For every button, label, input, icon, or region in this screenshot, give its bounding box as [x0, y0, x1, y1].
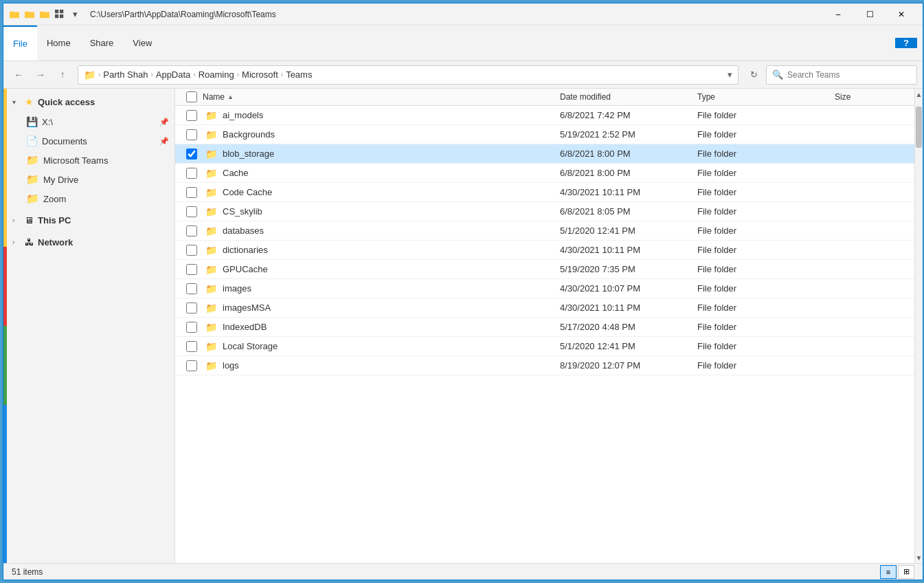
row-checkbox[interactable]: [186, 341, 197, 352]
row-checkbox[interactable]: [186, 129, 197, 140]
select-all-checkbox[interactable]: [186, 91, 197, 102]
table-row[interactable]: 📁 Backgrounds 5/19/2021 2:52 PM File fol…: [175, 125, 914, 144]
row-checkbox[interactable]: [186, 245, 197, 256]
row-checkbox[interactable]: [186, 148, 197, 160]
row-checkbox[interactable]: [186, 264, 197, 275]
network-expand-icon: ›: [12, 239, 21, 246]
address-dropdown-icon[interactable]: ▾: [728, 69, 732, 80]
sidebar-quick-access-header[interactable]: ▾ ★ Quick access: [7, 91, 174, 112]
table-row[interactable]: 📁 CS_skylib 6/8/2021 8:05 PM File folder: [175, 202, 914, 221]
file-date: 6/8/2021 7:42 PM: [560, 110, 697, 120]
back-button[interactable]: ←: [9, 65, 28, 85]
ribbon-tab-file[interactable]: File: [3, 25, 37, 60]
maximize-button[interactable]: ☐: [854, 3, 886, 25]
main-area: ▾ ★ Quick access 💾 X:\ 📌 📄 Documents 📌: [3, 89, 923, 563]
col-name-label: Name: [203, 92, 225, 102]
list-view-button[interactable]: ≡: [880, 565, 897, 579]
search-box[interactable]: 🔍: [766, 65, 917, 85]
file-name-text: imagesMSA: [223, 302, 271, 313]
row-checkbox[interactable]: [186, 110, 197, 121]
sidebar-item-documents[interactable]: 📄 Documents 📌: [7, 131, 174, 151]
table-row[interactable]: 📁 blob_storage 6/8/2021 8:00 PM File fol…: [175, 144, 914, 164]
sidebar-item-zoom-label: Zoom: [43, 194, 66, 204]
file-type: File folder: [697, 206, 835, 217]
folder-icon: 📁: [205, 110, 217, 121]
folder-icon: 📁: [205, 206, 217, 217]
row-checkbox[interactable]: [186, 168, 197, 179]
table-row[interactable]: 📁 GPUCache 5/19/2020 7:35 PM File folder: [175, 260, 914, 279]
row-checkbox[interactable]: [186, 322, 197, 333]
up-button[interactable]: ↑: [53, 65, 72, 85]
row-checkbox[interactable]: [186, 206, 197, 217]
table-row[interactable]: 📁 Local Storage 5/1/2020 12:41 PM File f…: [175, 337, 914, 356]
pc-icon: 🖥: [25, 215, 34, 226]
file-type: File folder: [697, 283, 835, 294]
help-button[interactable]: ?: [895, 38, 917, 48]
close-button[interactable]: ✕: [886, 3, 917, 25]
forward-button[interactable]: →: [31, 65, 50, 85]
scroll-up-btn[interactable]: ▲: [915, 89, 923, 100]
table-row[interactable]: 📁 IndexedDB 5/17/2020 4:48 PM File folde…: [175, 318, 914, 337]
svg-rect-9: [60, 14, 63, 18]
table-row[interactable]: 📁 Cache 6/8/2021 8:00 PM File folder: [175, 164, 914, 183]
search-input[interactable]: [787, 70, 911, 80]
details-view-button[interactable]: ⊞: [898, 565, 914, 579]
table-row[interactable]: 📁 imagesMSA 4/30/2021 10:11 PM File fold…: [175, 298, 914, 318]
sidebar-this-pc-header[interactable]: › 🖥 This PC: [7, 210, 174, 230]
ribbon-tab-home[interactable]: Home: [37, 25, 80, 60]
file-name-text: databases: [223, 226, 264, 236]
file-type: File folder: [697, 187, 835, 197]
breadcrumb-microsoft[interactable]: Microsoft: [242, 69, 278, 80]
folder-icon: 📁: [205, 245, 217, 256]
table-row[interactable]: 📁 Code Cache 4/30/2021 10:11 PM File fol…: [175, 183, 914, 202]
folder-icon: 📁: [205, 302, 217, 314]
scrollbar-track[interactable]: [915, 100, 923, 552]
row-checkbox[interactable]: [186, 187, 197, 198]
breadcrumb-teams[interactable]: Teams: [286, 69, 312, 80]
table-row[interactable]: 📁 dictionaries 4/30/2021 10:11 PM File f…: [175, 241, 914, 260]
row-checkbox[interactable]: [186, 283, 197, 294]
sidebar-network-header[interactable]: › 🖧 Network: [7, 232, 174, 252]
file-name-text: Backgrounds: [223, 129, 275, 140]
col-header-date[interactable]: Date modified: [560, 91, 697, 102]
row-checkbox[interactable]: [186, 226, 197, 236]
folder-icon-small1: [24, 9, 35, 20]
svg-rect-3: [25, 11, 29, 13]
minimize-button[interactable]: –: [822, 3, 854, 25]
breadcrumb-roaming[interactable]: Roaming: [199, 69, 234, 80]
sidebar-item-my-drive[interactable]: 📁 My Drive: [7, 170, 174, 189]
scrollbar-thumb[interactable]: [916, 107, 922, 148]
col-header-type[interactable]: Type: [697, 91, 835, 102]
file-name-text: logs: [223, 360, 239, 371]
address-bar[interactable]: 📁 › Parth Shah › AppData › Roaming › Mic…: [78, 65, 739, 85]
breadcrumb-appdata[interactable]: AppData: [156, 69, 191, 80]
file-date: 4/30/2021 10:11 PM: [560, 245, 697, 255]
row-checkbox[interactable]: [186, 302, 197, 314]
breadcrumb-parth-shah[interactable]: Parth Shah: [103, 69, 148, 80]
file-date: 5/17/2020 4:48 PM: [560, 322, 697, 332]
file-type: File folder: [697, 110, 835, 120]
window-controls: – ☐ ✕: [822, 3, 917, 25]
svg-rect-1: [10, 11, 14, 13]
folder-icon: 📁: [205, 283, 217, 294]
table-row[interactable]: 📁 ai_models 6/8/2021 7:42 PM File folder: [175, 106, 914, 125]
scroll-down-btn[interactable]: ▼: [915, 552, 923, 563]
sidebar-item-microsoft-teams[interactable]: 📁 Microsoft Teams: [7, 151, 174, 170]
table-row[interactable]: 📁 logs 8/19/2020 12:07 PM File folder: [175, 356, 914, 375]
col-header-name[interactable]: Name ▲: [186, 91, 560, 102]
file-list: 📁 ai_models 6/8/2021 7:42 PM File folder…: [175, 106, 914, 563]
ribbon-tab-share[interactable]: Share: [80, 25, 124, 60]
scrollbar-area[interactable]: ▲ ▼: [914, 89, 923, 563]
sidebar-item-x-drive[interactable]: 💾 X:\ 📌: [7, 112, 174, 131]
sidebar-item-zoom[interactable]: 📁 Zoom: [7, 189, 174, 208]
ribbon-tab-view[interactable]: View: [123, 25, 161, 60]
content-area: Name ▲ Date modified Type Size 📁 ai_mode…: [175, 89, 914, 563]
col-header-size[interactable]: Size: [835, 91, 903, 102]
view-icon: [54, 9, 65, 20]
row-checkbox[interactable]: [186, 360, 197, 371]
table-row[interactable]: 📁 databases 5/1/2020 12:41 PM File folde…: [175, 221, 914, 241]
table-row[interactable]: 📁 images 4/30/2021 10:07 PM File folder: [175, 279, 914, 298]
refresh-button[interactable]: ↻: [744, 65, 763, 85]
sidebar-section-quick-access: ▾ ★ Quick access 💾 X:\ 📌 📄 Documents 📌: [7, 91, 174, 208]
drive-icon: 💾: [26, 116, 38, 127]
